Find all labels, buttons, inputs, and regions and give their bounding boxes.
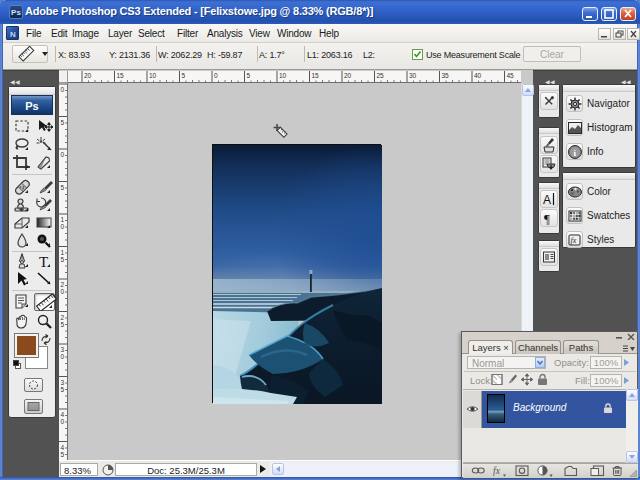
svg-text:1: 1 (61, 249, 65, 256)
svg-text:40: 40 (474, 72, 482, 79)
svg-text:0: 0 (61, 418, 65, 425)
svg-text:4: 4 (61, 411, 65, 418)
svg-text:2: 2 (61, 281, 65, 288)
svg-text:5: 5 (247, 72, 251, 79)
svg-text:10: 10 (149, 72, 157, 79)
svg-text:10: 10 (279, 72, 287, 79)
svg-text:5: 5 (182, 72, 186, 79)
svg-text:30: 30 (409, 72, 417, 79)
svg-text:T: T (39, 254, 48, 270)
svg-text:5: 5 (61, 256, 65, 263)
svg-text:5: 5 (61, 119, 65, 126)
svg-text:0: 0 (61, 151, 65, 158)
svg-text:2: 2 (61, 314, 65, 321)
svg-text:5: 5 (61, 321, 65, 328)
svg-text:1: 1 (61, 216, 65, 223)
svg-text:0: 0 (61, 223, 65, 230)
svg-text:A: A (543, 193, 551, 207)
svg-text:15: 15 (117, 72, 125, 79)
svg-text:0: 0 (61, 86, 65, 93)
svg-text:5: 5 (61, 451, 65, 458)
svg-text:20: 20 (84, 72, 92, 79)
svg-text:25: 25 (377, 72, 385, 79)
svg-text:3: 3 (61, 346, 65, 353)
svg-text:5: 5 (61, 184, 65, 191)
svg-text:35: 35 (442, 72, 450, 79)
svg-text:fx: fx (493, 466, 501, 476)
svg-text:4: 4 (61, 444, 65, 451)
svg-text:3: 3 (61, 379, 65, 386)
svg-text:5: 5 (61, 386, 65, 393)
svg-text:¶: ¶ (544, 211, 550, 226)
svg-text:0: 0 (61, 288, 65, 295)
svg-text:0: 0 (214, 72, 218, 79)
svg-text:20: 20 (344, 72, 352, 79)
svg-text:0: 0 (61, 353, 65, 360)
svg-text:45: 45 (507, 72, 515, 79)
svg-text:15: 15 (312, 72, 320, 79)
svg-text:fx: fx (571, 236, 577, 245)
